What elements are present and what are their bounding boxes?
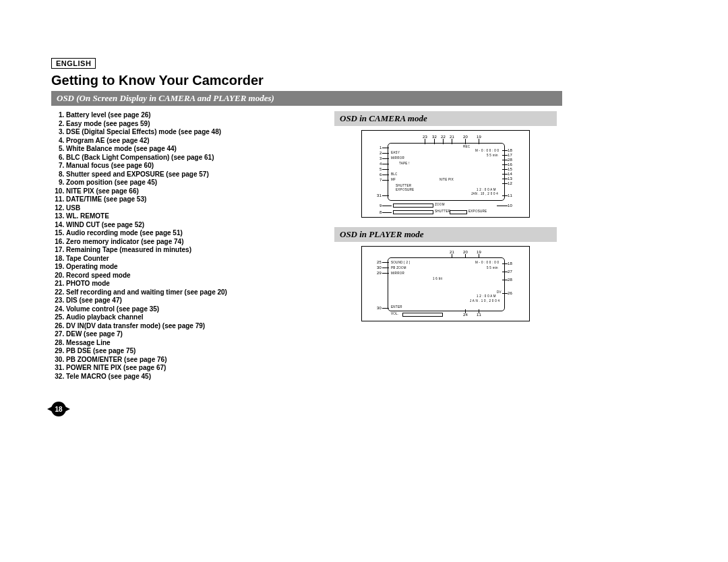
camera-osd-diagram: 23 32 22 21 20 19 1 2 3 4 5 6 7 — [361, 130, 530, 218]
osd-list-item: Program AE (see page 42) — [66, 137, 321, 146]
osd-list-item: Operating mode — [66, 263, 321, 272]
osd-list-item: Audio playback channel — [66, 313, 321, 322]
page-title: Getting to Know Your Camcorder — [51, 73, 557, 88]
osd-list-item: WIND CUT (see page 52) — [66, 221, 321, 230]
osd-list-item: PHOTO mode — [66, 280, 321, 288]
osd-list-item: Remaining Tape (measured in minutes) — [66, 246, 321, 255]
osd-list-item: Self recording and and waiting timer (se… — [66, 288, 321, 297]
osd-numbered-list: Battery level (see page 26)Easy mode (se… — [51, 111, 321, 381]
osd-list-item: Message Line — [66, 339, 321, 348]
osd-list-item: Shutter speed and EXPOSURE (see page 57) — [66, 170, 321, 179]
osd-list-item: Record speed mode — [66, 272, 321, 280]
osd-list-item: Zero memory indicator (see page 74) — [66, 238, 321, 247]
osd-list-item: Easy mode (see pages 59) — [66, 120, 321, 129]
language-label: ENGLISH — [51, 58, 96, 69]
player-mode-heading: OSD in PLAYER mode — [334, 227, 557, 242]
osd-list-item: PB DSE (see page 75) — [66, 347, 321, 356]
osd-list-item: DATE/TIME (see page 53) — [66, 195, 321, 204]
osd-list-item: DV IN(DV data transfer mode) (see page 7… — [66, 322, 321, 331]
player-osd-diagram: 21 20 19 25 30 29 30 18 27 28 26 — [361, 246, 530, 321]
diagrams-column: OSD in CAMERA mode 23 32 22 21 20 19 1 — [334, 111, 557, 381]
osd-list-item: POWER NITE PIX (see page 67) — [66, 364, 321, 373]
camera-mode-heading: OSD in CAMERA mode — [334, 111, 557, 126]
osd-list-item: BLC (Back Light Compensation) (see page … — [66, 154, 321, 162]
osd-list-item: Tape Counter — [66, 255, 321, 263]
section-subtitle: OSD (On Screen Display in CAMERA and PLA… — [51, 91, 562, 106]
osd-list-item: USB — [66, 204, 321, 213]
osd-list-item: NITE PIX (see page 66) — [66, 187, 321, 196]
page-number-badge: 18 — [51, 402, 66, 416]
osd-list-item: Battery level (see page 26) — [66, 111, 321, 120]
osd-list-item: PB ZOOM/ENTER (see page 76) — [66, 356, 321, 365]
osd-list-item: Volume control (see page 35) — [66, 305, 321, 314]
osd-list-item: Tele MACRO (see page 45) — [66, 373, 321, 381]
osd-list-item: Zoom position (see page 45) — [66, 179, 321, 187]
osd-list-item: Audio recording mode (see page 51) — [66, 229, 321, 238]
osd-list-item: DIS (see page 47) — [66, 296, 321, 305]
osd-list-item: Manual focus (see page 60) — [66, 162, 321, 170]
osd-list-item: DEW (see page 7) — [66, 330, 321, 339]
osd-list-item: White Balance mode (see page 44) — [66, 145, 321, 154]
osd-list-column: Battery level (see page 26)Easy mode (se… — [51, 111, 321, 381]
osd-list-item: WL. REMOTE — [66, 212, 321, 221]
osd-list-item: DSE (Digital Special Effects) mode (see … — [66, 128, 321, 137]
